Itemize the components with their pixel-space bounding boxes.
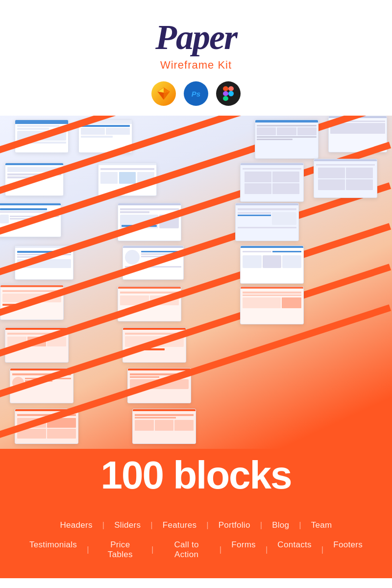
wireframe-thumb-23 xyxy=(132,409,196,444)
wireframe-thumb-8 xyxy=(314,159,377,198)
header-section: Paper Wireframe Kit Ps xyxy=(0,0,392,116)
wireframe-thumb-14 xyxy=(240,245,304,284)
tag-features: Features xyxy=(153,516,207,534)
tags-section: Headers | Sliders | Features | Portfolio… xyxy=(0,507,392,578)
blocks-section: 100 blocks xyxy=(0,449,392,507)
tag-team: Team xyxy=(301,516,342,534)
svg-rect-9 xyxy=(223,96,228,101)
blocks-count: 100 blocks xyxy=(0,454,392,497)
figma-icon xyxy=(216,81,241,106)
wireframe-preview xyxy=(0,116,392,449)
wireframe-thumb-11 xyxy=(235,203,299,241)
svg-rect-7 xyxy=(223,91,228,96)
photoshop-icon: Ps xyxy=(184,81,208,106)
tag-call-to-action: Call to Action xyxy=(153,536,219,564)
wireframe-thumb-17 xyxy=(240,286,304,324)
tags-row-1: Headers | Sliders | Features | Portfolio… xyxy=(20,516,372,534)
svg-rect-6 xyxy=(228,86,234,91)
wireframe-thumb-7 xyxy=(240,163,304,202)
svg-rect-5 xyxy=(223,86,228,91)
svg-point-8 xyxy=(228,91,234,97)
tools-row: Ps xyxy=(10,81,382,106)
tag-sliders: Sliders xyxy=(104,516,150,534)
tag-price-tables: Price Tables xyxy=(89,536,151,564)
tag-testimonials: Testimonials xyxy=(20,536,87,564)
sketch-icon xyxy=(151,81,176,106)
tag-blog: Blog xyxy=(262,516,299,534)
tags-row-2: Testimonials | Price Tables | Call to Ac… xyxy=(20,536,372,564)
tag-portfolio: Portfolio xyxy=(209,516,260,534)
logo: Paper xyxy=(10,20,382,55)
tagline: Wireframe Kit xyxy=(10,59,382,72)
tag-contacts: Contacts xyxy=(268,536,321,564)
tag-forms: Forms xyxy=(221,536,266,564)
tag-headers: Headers xyxy=(50,516,102,534)
wireframe-thumb-3 xyxy=(255,120,318,159)
tag-footers: Footers xyxy=(323,536,372,564)
